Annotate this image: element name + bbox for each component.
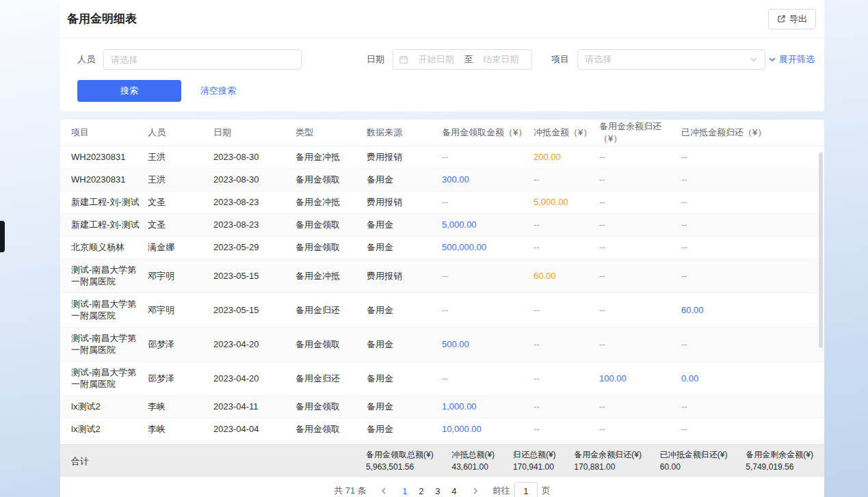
person-select-input[interactable] bbox=[103, 49, 302, 70]
cell-person: 邓宇明 bbox=[148, 299, 213, 321]
table-row[interactable]: 北京顺义杨林满金娜2023-05-29备用金领取备用金500,000.00---… bbox=[60, 237, 824, 259]
table-row[interactable]: lx测试2李峡2023-04-04备用金冲抵费用报销--3,000.00---- bbox=[60, 441, 824, 444]
cell-balance_return: -- bbox=[599, 146, 681, 168]
date-filter: 日期 开始日期 至 结束日期 bbox=[367, 49, 532, 70]
cell-person: 李峡 bbox=[148, 418, 213, 440]
cell-offset_return: -- bbox=[681, 396, 824, 418]
cell-person: 文圣 bbox=[148, 214, 213, 236]
filter-actions: 搜索 清空搜索 bbox=[60, 70, 824, 102]
cell-person: 文圣 bbox=[148, 191, 213, 213]
summary-row: 合计 备用金领取总额(¥)5,963,501.56冲抵总额(¥)43,601.0… bbox=[60, 444, 824, 477]
cell-offset: -- bbox=[534, 237, 599, 258]
table-row[interactable]: 新建工程-刘-测试文圣2023-08-23备用金冲抵费用报销--5,000.00… bbox=[60, 191, 824, 214]
cell-balance_return: -- bbox=[599, 191, 681, 213]
table-row[interactable]: WH20230831王洪2023-08-30备用金领取备用金300.00----… bbox=[60, 169, 824, 191]
cell-date: 2023-08-30 bbox=[213, 169, 295, 191]
cell-source: 备用金 bbox=[367, 214, 442, 236]
cell-received: 5,000.00 bbox=[442, 214, 534, 236]
export-icon bbox=[777, 14, 786, 23]
clear-search-link[interactable]: 清空搜索 bbox=[200, 85, 236, 97]
table-scrollbar[interactable] bbox=[819, 152, 823, 348]
cell-date: 2023-08-23 bbox=[213, 214, 295, 236]
table-header-row: 项目人员日期类型数据来源备用金领取金额（¥）冲抵金额（¥）备用金余额归还（¥）已… bbox=[60, 120, 824, 146]
project-filter-label: 项目 bbox=[551, 53, 569, 66]
cell-type: 备用金冲抵 bbox=[295, 265, 367, 287]
date-range-picker[interactable]: 开始日期 至 结束日期 bbox=[393, 49, 532, 70]
cell-offset: -- bbox=[534, 169, 599, 191]
summary-item-label: 冲抵总额(¥) bbox=[451, 450, 495, 460]
cell-received: -- bbox=[442, 299, 534, 321]
cell-date: 2023-04-04 bbox=[213, 441, 295, 444]
cell-offset_return: -- bbox=[681, 169, 824, 191]
expand-filters-link[interactable]: 展开筛选 bbox=[768, 53, 824, 66]
title-row: 备用金明细表 导出 bbox=[60, 0, 824, 38]
cell-offset: -- bbox=[534, 396, 599, 418]
cell-type: 备用金归还 bbox=[295, 368, 367, 390]
page-button-3[interactable]: 3 bbox=[430, 486, 446, 496]
cell-offset: -- bbox=[534, 334, 599, 355]
search-button[interactable]: 搜索 bbox=[77, 80, 181, 102]
summary-total-label: 合计 bbox=[71, 455, 366, 468]
cell-balance_return: -- bbox=[599, 214, 681, 236]
cell-received: 10,000.00 bbox=[442, 418, 534, 440]
summary-item-value: 60.00 bbox=[660, 462, 728, 472]
cell-date: 2023-08-23 bbox=[213, 191, 295, 213]
table-row[interactable]: lx测试2李峡2023-04-04备用金领取备用金10,000.00------ bbox=[60, 418, 824, 441]
page-button-1[interactable]: 1 bbox=[397, 486, 413, 496]
project-select[interactable]: 请选择 bbox=[577, 49, 765, 70]
export-button[interactable]: 导出 bbox=[768, 9, 816, 29]
table-row[interactable]: lx测试2李峡2023-04-11备用金领取备用金1,000.00------ bbox=[60, 396, 824, 418]
cell-date: 2023-04-20 bbox=[213, 368, 295, 390]
summary-item: 备用金剩余金额(¥)5,749,019.56 bbox=[746, 450, 813, 472]
cell-offset: 60.00 bbox=[534, 265, 599, 287]
chevron-down-icon bbox=[768, 55, 776, 64]
table-row[interactable]: 测试-南昌大学第一附属医院邓宇明2023-05-15备用金冲抵费用报销--60.… bbox=[60, 259, 824, 293]
table-row[interactable]: 测试-南昌大学第一附属医院邵梦泽2023-04-20备用金领取备用金500.00… bbox=[60, 327, 824, 362]
table-row[interactable]: 测试-南昌大学第一附属医院邓宇明2023-05-15备用金归还备用金------… bbox=[60, 293, 824, 327]
drawer-toggle[interactable] bbox=[0, 221, 5, 252]
chevron-right-icon bbox=[471, 487, 479, 495]
cell-date: 2023-04-20 bbox=[213, 334, 295, 355]
cell-source: 备用金 bbox=[367, 368, 442, 390]
cell-balance_return: -- bbox=[599, 299, 681, 321]
cell-type: 备用金冲抵 bbox=[295, 146, 367, 168]
cell-received: -- bbox=[442, 441, 534, 444]
cell-offset: -- bbox=[534, 214, 599, 236]
export-label: 导出 bbox=[789, 13, 807, 25]
cell-offset_return: 60.00 bbox=[681, 299, 824, 321]
cell-balance_return: -- bbox=[599, 237, 681, 258]
goto-page-input[interactable] bbox=[514, 482, 538, 497]
page-button-2[interactable]: 2 bbox=[413, 486, 430, 496]
cell-project: lx测试2 bbox=[71, 396, 148, 418]
cell-project: 北京顺义杨林 bbox=[71, 237, 148, 258]
cell-offset_return: -- bbox=[681, 441, 824, 444]
cell-person: 邵梦泽 bbox=[148, 334, 213, 355]
next-page-button[interactable] bbox=[468, 483, 483, 497]
goto-suffix-label: 页 bbox=[542, 485, 551, 497]
cell-received: 1,000.00 bbox=[442, 396, 534, 418]
page-content: 备用金明细表 导出 人员 日期 bbox=[60, 0, 824, 497]
cell-balance_return: -- bbox=[599, 265, 681, 287]
person-filter-label: 人员 bbox=[77, 53, 95, 66]
cell-received: 300.00 bbox=[442, 169, 534, 191]
summary-items: 备用金领取总额(¥)5,963,501.56冲抵总额(¥)43,601.00归还… bbox=[366, 450, 813, 472]
table-body: WH20230831王洪2023-08-30备用金冲抵费用报销--200.00-… bbox=[60, 146, 824, 444]
cell-type: 备用金领取 bbox=[295, 334, 367, 355]
table-card: 项目人员日期类型数据来源备用金领取金额（¥）冲抵金额（¥）备用金余额归还（¥）已… bbox=[60, 120, 824, 497]
summary-item-value: 5,963,501.56 bbox=[366, 462, 434, 472]
prev-page-button[interactable] bbox=[376, 483, 391, 497]
cell-balance_return: -- bbox=[599, 441, 681, 444]
cell-project: 新建工程-刘-测试 bbox=[71, 191, 148, 213]
page-button-4[interactable]: 4 bbox=[446, 486, 462, 496]
cell-offset_return: -- bbox=[681, 146, 824, 168]
table-row[interactable]: 测试-南昌大学第一附属医院邵梦泽2023-04-20备用金归还备用金----10… bbox=[60, 362, 824, 396]
summary-item-value: 43,601.00 bbox=[451, 462, 495, 472]
summary-item: 已冲抵金额归还(¥)60.00 bbox=[660, 450, 728, 472]
column-header: 数据来源 bbox=[367, 126, 442, 139]
cell-source: 费用报销 bbox=[367, 441, 442, 444]
table-row[interactable]: 新建工程-刘-测试文圣2023-08-23备用金领取备用金5,000.00---… bbox=[60, 214, 824, 237]
cell-project: 测试-南昌大学第一附属医院 bbox=[71, 327, 148, 361]
cell-received: -- bbox=[442, 265, 534, 287]
table-row[interactable]: WH20230831王洪2023-08-30备用金冲抵费用报销--200.00-… bbox=[60, 146, 824, 169]
cell-project: 测试-南昌大学第一附属医院 bbox=[71, 362, 148, 395]
